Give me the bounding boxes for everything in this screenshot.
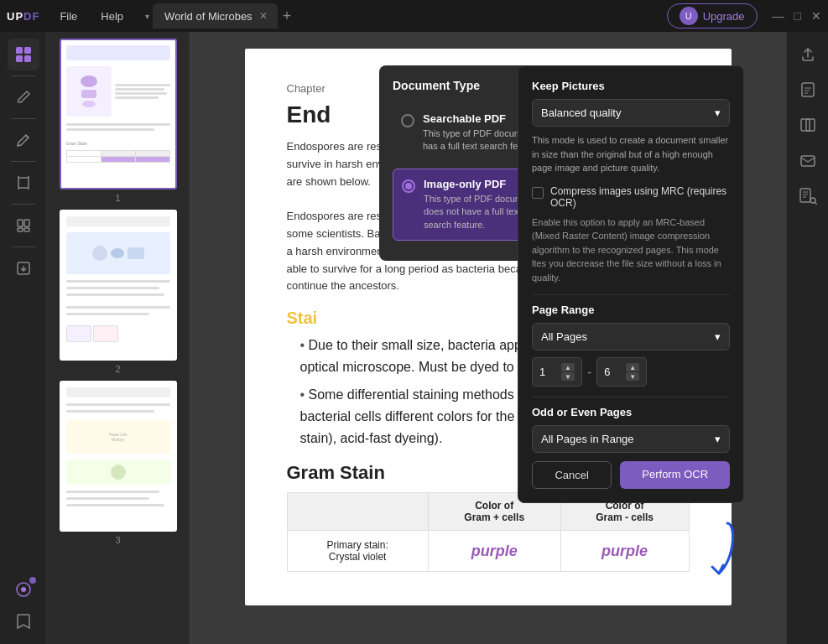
gram-row-label: Primary stain:Crystal violet — [287, 531, 428, 572]
compress-mrc-checkbox[interactable] — [532, 187, 544, 199]
right-icon-share[interactable] — [792, 39, 824, 70]
gram-row-col3: purple — [560, 531, 689, 572]
svg-rect-7 — [18, 228, 23, 231]
perform-ocr-button[interactable]: Perform OCR — [620, 461, 730, 489]
tools-badge — [29, 577, 36, 584]
thumbnail-num-1: 1 — [115, 193, 120, 203]
thumbnail-page-2[interactable]: 2 — [54, 210, 182, 374]
page-to-up[interactable]: ▲ — [626, 363, 639, 371]
right-icon-ocr[interactable] — [792, 179, 824, 211]
page-range-separator: - — [587, 365, 591, 380]
right-icon-pdf[interactable] — [792, 74, 824, 106]
tab-add-button[interactable]: + — [278, 8, 297, 25]
svg-rect-6 — [24, 220, 29, 226]
thumbnail-image-3: Yeast LifeHistory — [60, 381, 177, 532]
sidebar-item-bookmark[interactable] — [8, 605, 39, 637]
tab-dropdown-arrow[interactable]: ▾ — [145, 12, 149, 21]
settings-divider-1 — [532, 294, 730, 295]
svg-rect-12 — [802, 83, 814, 96]
close-button[interactable]: ✕ — [811, 10, 821, 22]
sidebar-item-annotate[interactable] — [8, 124, 39, 156]
gram-col-1 — [287, 493, 428, 531]
title-bar-right: U Upgrade — □ ✕ — [667, 3, 821, 29]
page-from-up[interactable]: ▲ — [561, 363, 575, 371]
svg-point-11 — [21, 587, 26, 592]
minimize-button[interactable]: — — [773, 10, 784, 22]
compress-mrc-label: Compress images using MRC (requires OCR) — [550, 185, 730, 209]
svg-rect-2 — [16, 55, 23, 62]
menu-file[interactable]: File — [48, 7, 89, 26]
left-sidebar — [0, 32, 47, 644]
page-range-arrow: ▾ — [715, 330, 721, 343]
svg-rect-0 — [16, 47, 23, 54]
sidebar-divider-3 — [11, 161, 36, 162]
title-bar: UPDF File Help ▾ World of Microbes ✕ + U… — [0, 0, 828, 32]
odd-even-arrow: ▾ — [715, 433, 721, 445]
gram-stain-table: Color ofGram + cells Color ofGram - cell… — [287, 492, 690, 572]
svg-rect-5 — [18, 220, 23, 226]
sidebar-item-tools[interactable] — [8, 574, 39, 605]
searchable-pdf-radio[interactable] — [401, 114, 414, 127]
keep-pictures-dropdown[interactable]: Balanced quality ▾ — [532, 99, 730, 127]
thumbnail-num-2: 2 — [115, 364, 120, 374]
image-only-pdf-radio[interactable] — [402, 179, 415, 193]
settings-divider-2 — [532, 397, 730, 397]
menu-help[interactable]: Help — [89, 7, 135, 26]
right-icon-email[interactable] — [792, 144, 824, 176]
arrow-svg — [677, 515, 736, 590]
settings-panel: Keep Pictures Balanced quality ▾ This mo… — [518, 65, 744, 503]
sidebar-item-edit[interactable] — [8, 81, 39, 113]
gram-row-1: Primary stain:Crystal violet purple purp… — [287, 531, 689, 572]
sidebar-divider-5 — [11, 247, 36, 247]
svg-rect-1 — [24, 47, 31, 54]
svg-rect-13 — [801, 119, 810, 131]
app-logo: UPDF — [7, 10, 39, 23]
page-range-selected: All Pages — [541, 330, 587, 343]
thumbnail-image-1: Gram Stain Primary stain — [60, 39, 177, 190]
compress-mrc-row: Compress images using MRC (requires OCR) — [532, 185, 730, 209]
page-range-title: Page Range — [532, 304, 730, 316]
sidebar-item-organize[interactable] — [8, 210, 39, 242]
page-range-from[interactable]: 1 ▲ ▼ — [532, 357, 582, 387]
tab-close-button[interactable]: ✕ — [259, 11, 268, 21]
keep-pictures-title: Keep Pictures — [532, 80, 730, 92]
sidebar-divider-4 — [11, 204, 36, 205]
page-from-value: 1 — [539, 366, 545, 378]
sidebar-item-crop[interactable] — [8, 167, 39, 199]
page-range-to[interactable]: 6 ▲ ▼ — [596, 357, 647, 387]
action-buttons: Cancel Perform OCR — [532, 461, 730, 489]
odd-even-selected: All Pages in Range — [541, 433, 634, 445]
sidebar-divider-1 — [11, 75, 36, 76]
page-range-dropdown[interactable]: All Pages ▾ — [532, 323, 730, 351]
document-area: Chapter End Endospores are resistant str… — [190, 32, 786, 644]
svg-rect-4 — [18, 178, 29, 188]
maximize-button[interactable]: □ — [794, 10, 801, 22]
cancel-button[interactable]: Cancel — [532, 461, 612, 489]
odd-even-dropdown[interactable]: All Pages in Range ▾ — [532, 425, 730, 453]
thumbnail-panel: Gram Stain Primary stain 1 — [47, 32, 190, 644]
thumbnail-num-3: 3 — [115, 535, 120, 545]
page-to-value: 6 — [604, 366, 610, 378]
menu-bar: File Help — [48, 7, 135, 26]
upgrade-button[interactable]: U Upgrade — [667, 3, 758, 29]
compress-mrc-desc: Enable this option to apply an MRC-based… — [532, 216, 730, 285]
sidebar-item-extract[interactable] — [8, 252, 39, 284]
window-controls: — □ ✕ — [773, 10, 821, 22]
tab-bar: ▾ World of Microbes ✕ + — [145, 3, 662, 29]
page-from-down[interactable]: ▼ — [561, 372, 575, 381]
arrow-indicator — [677, 515, 736, 594]
keep-pictures-arrow: ▾ — [715, 106, 721, 119]
main-area: Gram Stain Primary stain 1 — [0, 32, 828, 644]
tab-title: World of Microbes — [164, 10, 253, 23]
thumbnail-image-2 — [60, 210, 177, 361]
tab-world-microbes[interactable]: World of Microbes ✕ — [153, 3, 278, 29]
thumbnail-page-1[interactable]: Gram Stain Primary stain 1 — [54, 39, 182, 203]
right-icon-convert[interactable] — [792, 109, 824, 141]
svg-rect-16 — [800, 189, 810, 202]
sidebar-item-thumbnail[interactable] — [8, 39, 39, 70]
page-to-down[interactable]: ▼ — [626, 372, 639, 381]
keep-pictures-note: This mode is used to create a document s… — [532, 133, 730, 175]
page-to-spinners: ▲ ▼ — [626, 363, 639, 381]
svg-rect-14 — [806, 119, 815, 131]
thumbnail-page-3[interactable]: Yeast LifeHistory 3 — [54, 381, 182, 545]
